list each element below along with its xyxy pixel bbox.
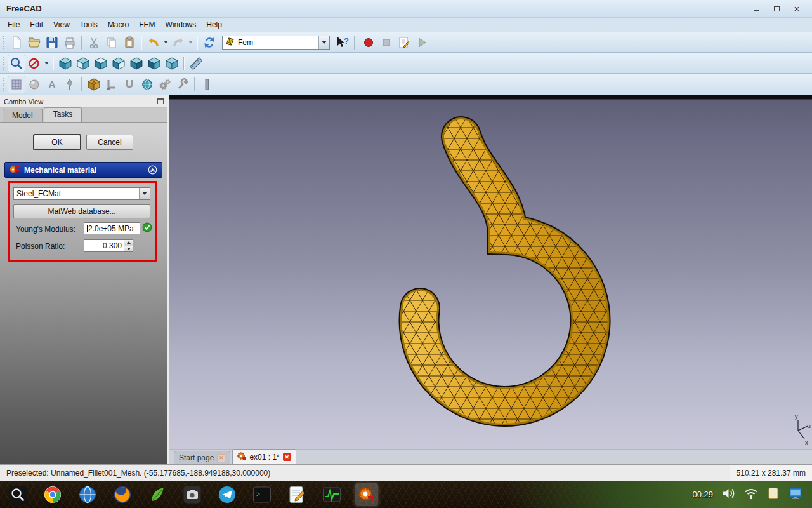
toolbar-handle[interactable]	[3, 36, 5, 49]
system-monitor-icon[interactable]	[320, 483, 343, 506]
display-icon[interactable]	[788, 486, 803, 503]
redo-icon[interactable]	[169, 34, 187, 51]
volume-icon[interactable]	[721, 486, 736, 503]
collapse-section-icon[interactable]	[148, 165, 157, 175]
top-view-icon[interactable]	[92, 55, 110, 72]
svg-text:A: A	[49, 79, 56, 90]
menu-tools[interactable]: Tools	[75, 18, 103, 31]
wrench-icon[interactable]	[174, 76, 192, 93]
material-select[interactable]: Steel_FCMat	[13, 187, 150, 200]
fit-all-icon[interactable]	[8, 55, 25, 72]
new-file-icon[interactable]	[8, 34, 25, 51]
tab-tasks[interactable]: Tasks	[44, 107, 82, 122]
file-toolbar: Fem ?	[0, 32, 812, 53]
cut-icon[interactable]	[85, 34, 103, 51]
material-select-dropdown-button[interactable]	[139, 188, 150, 199]
leaf-icon[interactable]	[146, 483, 169, 506]
mesh-cube-icon[interactable]	[85, 76, 103, 93]
menu-windows[interactable]: Windows	[160, 18, 202, 31]
axonometric-view-icon[interactable]	[56, 55, 74, 72]
float-panel-icon[interactable]	[157, 98, 164, 104]
terminal-icon[interactable]: >_	[251, 483, 273, 506]
telegram-icon[interactable]	[216, 483, 239, 506]
chrome-icon[interactable]	[41, 483, 64, 506]
column-icon[interactable]	[198, 76, 216, 93]
toolbar-handle[interactable]	[3, 57, 5, 70]
toolbar-separator	[81, 36, 82, 50]
menu-edit[interactable]: Edit	[25, 18, 48, 31]
axis-y-label: y	[795, 413, 798, 420]
macro-edit-icon[interactable]	[395, 34, 413, 51]
spin-down-button[interactable]	[124, 246, 133, 252]
rear-view-icon[interactable]	[128, 55, 145, 72]
globe-browser-icon[interactable]	[76, 483, 99, 506]
paste-icon[interactable]	[121, 34, 138, 51]
menu-view[interactable]: View	[48, 18, 75, 31]
matweb-database-button[interactable]: MatWeb database...	[13, 204, 150, 218]
gears-icon[interactable]	[156, 76, 174, 93]
menu-file[interactable]: File	[3, 18, 25, 31]
draw-style-dropdown-icon[interactable]	[43, 55, 50, 72]
sphere-icon[interactable]	[25, 76, 43, 93]
tab-model[interactable]: Model	[3, 109, 43, 122]
axis-z-label: z	[808, 423, 811, 429]
measure-icon[interactable]	[187, 55, 205, 72]
pin-icon[interactable]	[61, 76, 79, 93]
firefox-icon[interactable]	[111, 483, 134, 506]
menu-help[interactable]: Help	[201, 18, 227, 31]
mechanical-material-header[interactable]: Mechanical material	[4, 162, 162, 178]
task-panel: OK Cancel Mechanical material Steel_FCMa…	[0, 123, 167, 464]
close-tab-icon[interactable]: ✕	[283, 453, 291, 461]
youngs-modulus-label: Young's Modulus:	[16, 225, 75, 234]
print-icon[interactable]	[61, 34, 79, 51]
tab-start-page[interactable]: Start page ✕	[174, 451, 230, 464]
save-icon[interactable]	[43, 34, 61, 51]
poisson-ratio-spinbox[interactable]: 0.300	[84, 239, 133, 252]
minimize-button[interactable]	[751, 4, 761, 14]
magnet-icon[interactable]	[121, 76, 138, 93]
left-view-icon[interactable]	[163, 55, 181, 72]
title-bar: FreeCAD ×	[0, 0, 812, 18]
bottom-view-icon[interactable]	[145, 55, 163, 72]
refresh-icon[interactable]	[200, 34, 218, 51]
menu-fem[interactable]: FEM	[134, 18, 160, 31]
whats-this-icon[interactable]: ?	[334, 34, 351, 51]
copy-icon[interactable]	[103, 34, 121, 51]
right-view-icon[interactable]	[110, 55, 128, 72]
spin-up-button[interactable]	[124, 240, 133, 246]
redo-dropdown-icon[interactable]	[187, 34, 194, 51]
grid-box-icon[interactable]	[8, 76, 25, 93]
search-icon[interactable]	[6, 483, 29, 506]
screenshot-icon[interactable]	[181, 483, 204, 506]
3d-viewport[interactable]: y z x	[169, 95, 812, 449]
globe-icon[interactable]	[138, 76, 156, 93]
close-tab-icon[interactable]: ✕	[217, 454, 225, 462]
text-editor-icon[interactable]	[285, 483, 308, 506]
fem-hook-mesh[interactable]	[419, 137, 591, 406]
cancel-button[interactable]: Cancel	[86, 135, 133, 150]
workbench-dropdown-button[interactable]	[318, 36, 329, 49]
combo-view-title: Combo View	[4, 98, 43, 105]
open-file-icon[interactable]	[25, 34, 43, 51]
draw-style-icon[interactable]	[25, 55, 43, 72]
macro-stop-icon[interactable]	[377, 34, 395, 51]
letter-a-icon[interactable]: A	[43, 76, 61, 93]
freecad-icon[interactable]	[355, 483, 378, 506]
tab-document-ex01[interactable]: ex01 : 1* ✕	[232, 449, 296, 464]
macro-record-icon[interactable]	[360, 34, 377, 51]
ok-button[interactable]: OK	[34, 135, 81, 150]
wifi-icon[interactable]	[743, 486, 759, 503]
undo-dropdown-icon[interactable]	[162, 34, 169, 51]
notes-indicator-icon[interactable]	[766, 486, 780, 502]
svg-text:>_: >_	[256, 491, 265, 498]
workbench-selector[interactable]: Fem	[222, 36, 330, 50]
toolbar-handle[interactable]	[3, 78, 5, 91]
clamp-icon[interactable]	[103, 76, 121, 93]
macro-run-icon[interactable]	[413, 34, 431, 51]
menu-macro[interactable]: Macro	[103, 18, 134, 31]
youngs-modulus-input[interactable]: 2.0e+05 MPa	[84, 222, 140, 234]
undo-icon[interactable]	[145, 34, 162, 51]
close-button[interactable]: ×	[792, 4, 802, 14]
front-view-icon[interactable]	[74, 55, 92, 72]
restore-button[interactable]	[771, 4, 782, 14]
